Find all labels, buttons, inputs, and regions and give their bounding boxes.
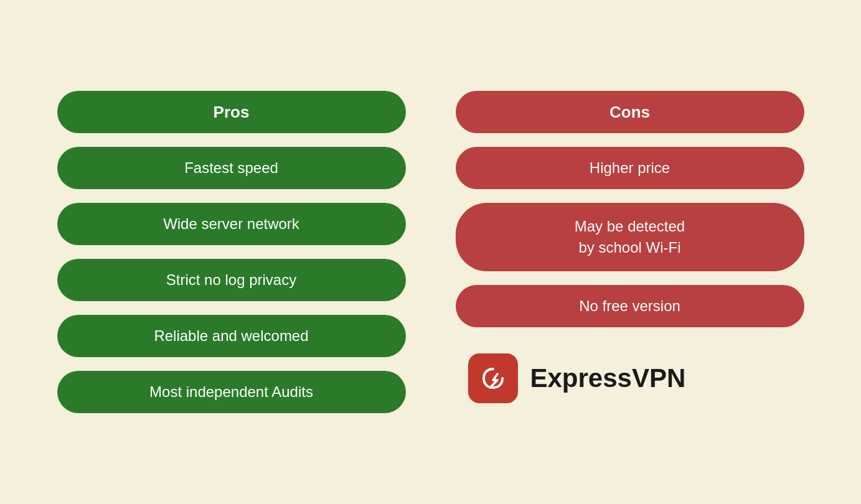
expressvpn-logo-icon xyxy=(478,363,509,394)
expressvpn-logo xyxy=(468,353,518,403)
cons-item-2: May be detected by school Wi-Fi xyxy=(456,203,804,271)
pros-item-1: Fastest speed xyxy=(57,147,406,189)
pros-header: Pros xyxy=(57,91,406,133)
cons-item-3: No free version xyxy=(456,285,804,327)
brand-section: ExpressVPN xyxy=(456,347,804,403)
pros-column: Pros Fastest speed Wide server network S… xyxy=(57,91,406,413)
pros-item-2: Wide server network xyxy=(57,203,406,245)
cons-item-1: Higher price xyxy=(456,147,804,189)
pros-item-5: Most independent Audits xyxy=(57,371,406,413)
pros-item-3: Strict no log privacy xyxy=(57,259,406,301)
pros-item-4: Reliable and welcomed xyxy=(57,315,406,357)
brand-name: ExpressVPN xyxy=(530,363,686,393)
main-container: Pros Fastest speed Wide server network S… xyxy=(57,78,804,426)
cons-header: Cons xyxy=(456,91,804,133)
cons-column: Cons Higher price May be detected by sch… xyxy=(456,91,804,403)
